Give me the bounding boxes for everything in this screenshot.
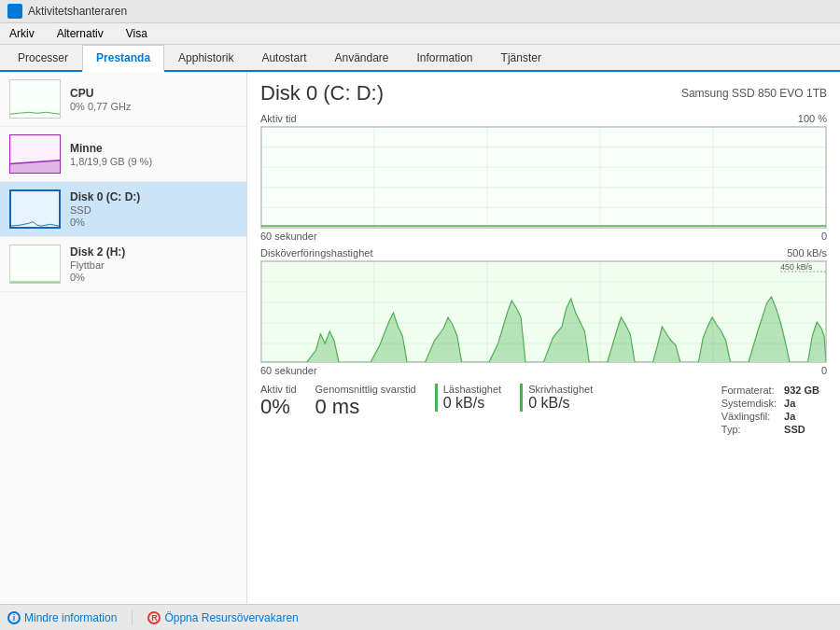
minne-thumbnail <box>9 134 61 174</box>
chart1-time: 60 sekunder <box>260 231 317 242</box>
disk2-name: Disk 2 (H:) <box>70 245 237 259</box>
tab-processer[interactable]: Processer <box>4 45 82 70</box>
disk0-thumbnail <box>9 189 61 229</box>
minne-usage: 1,8/19,9 GB (9 %) <box>70 156 237 167</box>
write-speed-value: 0 kB/s <box>528 395 593 412</box>
disk-detail: Disk 0 (C: D:) Samsung SSD 850 EVO 1TB A… <box>247 72 840 623</box>
tab-prestanda[interactable]: Prestanda <box>82 45 164 72</box>
read-speed-value: 0 kB/s <box>443 395 501 412</box>
resources-icon: R <box>147 611 161 624</box>
disk-title: Disk 0 (C: D:) <box>260 81 384 105</box>
sidebar-item-cpu[interactable]: CPU 0% 0,77 GHz <box>0 72 246 127</box>
cpu-thumbnail <box>9 79 61 119</box>
main-content: CPU 0% 0,77 GHz Minne 1,8/19,9 GB (9 %) <box>0 72 840 623</box>
disk-model: Samsung SSD 850 EVO 1TB <box>681 87 827 100</box>
minne-info: Minne 1,8/19,9 GB (9 %) <box>70 142 237 167</box>
chart2-time: 60 sekunder <box>260 365 317 376</box>
read-speed-stat: Läshastighet 0 kB/s <box>435 384 501 412</box>
sidebar-item-disk0[interactable]: Disk 0 (C: D:) SSD 0% <box>0 182 246 237</box>
menu-bar: Arkiv Alternativ Visa <box>0 23 840 45</box>
avg-response-value: 0 ms <box>315 395 416 419</box>
open-resources-link[interactable]: R Öppna Resursövervakaren <box>147 611 298 624</box>
chart1-container <box>260 126 827 229</box>
tab-information[interactable]: Information <box>403 45 487 70</box>
write-speed-stat: Skrivhastighet 0 kB/s <box>520 384 593 412</box>
chart2-label: Disköverföringshastighet <box>260 247 372 259</box>
type-value: SSD <box>784 423 827 436</box>
svg-rect-0 <box>10 80 60 118</box>
transfer-rate-section: Disköverföringshastighet 500 kB/s <box>260 247 827 376</box>
stats-row: Aktiv tid 0% Genomsnittlig svarstid 0 ms… <box>260 384 827 436</box>
active-time-stat: Aktiv tid 0% <box>260 384 297 419</box>
swap-value: Ja <box>784 410 827 423</box>
chart2-max: 500 kB/s <box>787 247 827 259</box>
avg-response-stat: Genomsnittlig svarstid 0 ms <box>315 384 416 419</box>
cpu-name: CPU <box>70 87 237 100</box>
read-speed-label: Läshastighet <box>443 384 501 395</box>
less-info-link[interactable]: i Mindre information <box>7 611 117 624</box>
disk2-usage: 0% <box>70 272 237 283</box>
chart2-min: 0 <box>821 365 827 376</box>
write-speed-label: Skrivhastighet <box>528 384 593 395</box>
open-resources-text: Öppna Resursövervakaren <box>164 611 298 624</box>
active-time-section: Aktiv tid 100 % <box>260 113 827 242</box>
chart2-footer: 60 sekunder 0 <box>260 365 827 376</box>
tab-anvandare[interactable]: Användare <box>320 45 402 70</box>
menu-arkiv[interactable]: Arkiv <box>4 25 40 42</box>
disk0-info: Disk 0 (C: D:) SSD 0% <box>70 190 237 228</box>
info-row-systemdisk: Systemdisk: Ja <box>721 397 827 410</box>
title-bar: Aktivitetshanteraren <box>0 0 840 23</box>
type-label: Typ: <box>721 423 784 436</box>
chart1-min: 0 <box>821 231 827 242</box>
bottom-divider <box>132 610 133 625</box>
disk0-name: Disk 0 (C: D:) <box>70 190 237 203</box>
disk2-thumbnail <box>9 245 61 284</box>
sidebar-item-disk2[interactable]: Disk 2 (H:) Flyttbar 0% <box>0 237 246 292</box>
menu-alternativ[interactable]: Alternativ <box>51 25 109 42</box>
systemdisk-label: Systemdisk: <box>721 397 784 410</box>
menu-visa[interactable]: Visa <box>120 25 153 42</box>
disk2-info: Disk 2 (H:) Flyttbar 0% <box>70 245 237 283</box>
info-row-format: Formaterat: 932 GB <box>721 384 827 397</box>
svg-rect-4 <box>10 245 60 283</box>
info-row-swap: Växlingsfil: Ja <box>721 410 827 423</box>
disk0-type: SSD <box>70 204 237 216</box>
chart1-footer: 60 sekunder 0 <box>260 231 827 242</box>
less-info-text: Mindre information <box>24 611 117 624</box>
app-icon <box>7 4 22 19</box>
chart1-header: Aktiv tid 100 % <box>260 113 827 124</box>
svg-rect-3 <box>11 191 59 227</box>
minne-name: Minne <box>70 142 237 155</box>
systemdisk-value: Ja <box>784 397 827 410</box>
chart2-container: 450 kB/s <box>260 260 827 363</box>
chart1-max: 100 % <box>798 113 827 124</box>
disk-info-table: Formaterat: 932 GB Systemdisk: Ja Växlin… <box>721 384 827 436</box>
chart2-svg: 450 kB/s <box>261 261 826 363</box>
format-value: 932 GB <box>784 384 827 397</box>
active-time-label: Aktiv tid <box>260 384 297 395</box>
format-label: Formaterat: <box>721 384 784 397</box>
content-header: Disk 0 (C: D:) Samsung SSD 850 EVO 1TB <box>260 81 827 105</box>
tab-bar: Processer Prestanda Apphistorik Autostar… <box>0 45 840 72</box>
app-title: Aktivitetshanteraren <box>28 5 127 18</box>
info-circle-icon: i <box>7 611 21 624</box>
svg-text:450 kB/s: 450 kB/s <box>780 262 813 272</box>
chart2-header: Disköverföringshastighet 500 kB/s <box>260 247 827 259</box>
tab-autostart[interactable]: Autostart <box>247 45 320 70</box>
cpu-usage: 0% 0,77 GHz <box>70 101 237 112</box>
disk-info-group: Formaterat: 932 GB Systemdisk: Ja Växlin… <box>721 384 827 436</box>
sidebar: CPU 0% 0,77 GHz Minne 1,8/19,9 GB (9 %) <box>0 72 247 623</box>
tab-tjanster[interactable]: Tjänster <box>487 45 555 70</box>
tab-apphistorik[interactable]: Apphistorik <box>164 45 247 70</box>
svg-rect-14 <box>261 261 826 363</box>
speed-stats: Läshastighet 0 kB/s Skrivhastighet 0 kB/… <box>435 384 593 412</box>
disk2-type: Flyttbar <box>70 259 237 271</box>
chart1-svg <box>261 127 826 228</box>
disk0-usage: 0% <box>70 217 237 228</box>
cpu-info: CPU 0% 0,77 GHz <box>70 87 237 112</box>
sidebar-item-minne[interactable]: Minne 1,8/19,9 GB (9 %) <box>0 127 246 182</box>
chart1-label: Aktiv tid <box>260 113 297 124</box>
swap-label: Växlingsfil: <box>721 410 784 423</box>
svg-rect-13 <box>261 127 826 228</box>
info-row-type: Typ: SSD <box>721 423 827 436</box>
